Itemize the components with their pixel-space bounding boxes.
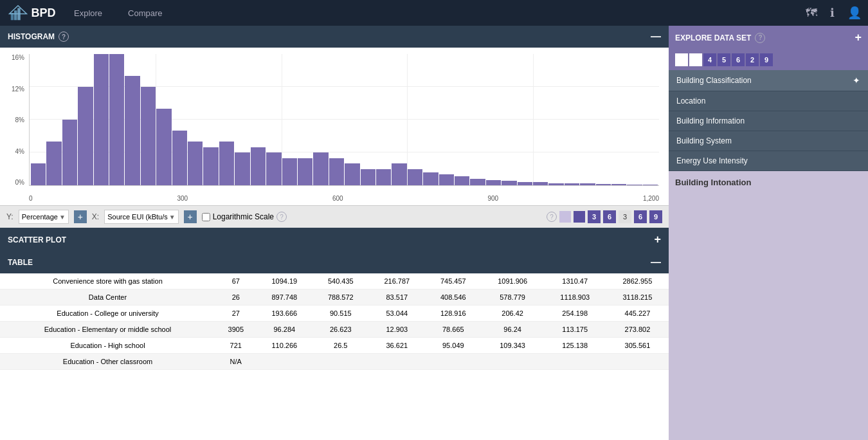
table-cell-1-3: 788.572: [312, 289, 369, 306]
controls-help-icon[interactable]: ?: [547, 212, 557, 222]
log-scale-label: Logarithmic Scale: [213, 212, 274, 221]
table-cell-4-2: 110.266: [257, 338, 313, 354]
page-3-2[interactable]: 3: [619, 210, 631, 223]
table-cell-1-8: 3118.215: [606, 289, 669, 306]
x-label-300: 300: [177, 195, 188, 202]
x-label-1200: 1,200: [643, 195, 659, 202]
histogram-help-icon[interactable]: ?: [59, 32, 69, 42]
controls-right: ? 3 6 3 6 9: [547, 210, 662, 223]
histogram-bar-8: [156, 109, 171, 185]
histogram-bar-18: [313, 152, 328, 185]
histogram-bar-7: [141, 87, 156, 185]
table-cell-2-5: 128.916: [425, 306, 482, 322]
histogram-bar-27: [455, 176, 469, 185]
table-cell-1-1: 26: [215, 289, 257, 306]
histogram-collapse-icon[interactable]: —: [651, 31, 661, 42]
table-cell-5-3: [312, 354, 369, 370]
ep-9[interactable]: 9: [760, 53, 773, 66]
controls-bar: Y: Percentage ▼ + X: Source EUI (kBtu/s …: [0, 205, 669, 228]
x-label-900: 900: [487, 195, 498, 202]
filter-item-0[interactable]: Building Classification✦: [669, 70, 868, 91]
histogram-bar-29: [486, 180, 501, 185]
table-row[interactable]: Education - High school721110.26626.536.…: [0, 338, 669, 354]
ep-2[interactable]: 2: [746, 53, 759, 66]
color-box-dark: [574, 211, 585, 223]
nav-links: Explore Compare: [71, 5, 166, 21]
table-cell-4-5: 95.049: [425, 338, 482, 354]
table-cell-3-0: Education - Elementary or middle school: [0, 322, 215, 338]
table-row[interactable]: Education - Elementary or middle school3…: [0, 322, 669, 338]
table-cell-1-2: 897.748: [257, 289, 313, 306]
table-cell-1-6: 578.779: [482, 289, 544, 306]
nav-explore[interactable]: Explore: [71, 5, 105, 21]
histogram-bar-22: [376, 169, 391, 186]
table-cell-0-2: 1094.19: [257, 273, 313, 289]
y-select-value: Percentage: [22, 213, 58, 221]
histogram-bar-13: [235, 152, 249, 185]
info-icon[interactable]: ℹ: [830, 6, 835, 20]
table-collapse-icon[interactable]: —: [651, 257, 661, 268]
histogram-header: HISTOGRAM ? —: [0, 26, 669, 48]
y-label-8: 8%: [6, 116, 24, 124]
table-row[interactable]: Education - Other classroomN/A: [0, 354, 669, 370]
y-select[interactable]: Percentage ▼: [19, 210, 69, 224]
page-9[interactable]: 9: [649, 210, 662, 223]
page-3-1[interactable]: 3: [588, 210, 601, 223]
y-add-button[interactable]: +: [74, 210, 87, 223]
filter-item-1[interactable]: Location: [669, 91, 868, 111]
table-cell-4-8: 305.561: [606, 338, 669, 354]
table-cell-3-2: 96.284: [257, 322, 313, 338]
logo[interactable]: BPD: [6, 0, 58, 26]
histogram-bar-15: [266, 152, 281, 185]
ep-4[interactable]: 4: [703, 53, 716, 66]
table-cell-0-3: 540.435: [312, 273, 369, 289]
table-cell-5-5: [425, 354, 482, 370]
right-panel-bg: Building Intonation: [669, 171, 868, 440]
histogram-bar-17: [298, 158, 312, 186]
table-cell-5-4: [369, 354, 426, 370]
table-cell-3-1: 3905: [215, 322, 257, 338]
x-select-value: Source EUI (kBtu/s: [107, 213, 168, 221]
ep-box-white2: [689, 53, 702, 66]
table-cell-0-1: 67: [215, 273, 257, 289]
table-row[interactable]: Education - College or university27193.6…: [0, 306, 669, 322]
top-nav: BPD Explore Compare 🗺 ℹ 👤: [0, 0, 868, 26]
table-row[interactable]: Convenience store with gas station671094…: [0, 273, 669, 289]
page-6-1[interactable]: 6: [603, 210, 616, 223]
log-scale-area: Logarithmic Scale ?: [202, 212, 287, 222]
ep-6[interactable]: 6: [732, 53, 745, 66]
explore-add-icon[interactable]: +: [854, 31, 862, 44]
histogram-bar-14: [251, 147, 266, 186]
table-container[interactable]: Convenience store with gas station671094…: [0, 273, 669, 440]
table-row[interactable]: Data Center26897.748788.57283.517408.546…: [0, 289, 669, 306]
x-select[interactable]: Source EUI (kBtu/s ▼: [104, 210, 178, 224]
color-box-light: [559, 211, 571, 223]
table-cell-4-7: 125.138: [544, 338, 606, 354]
filter-item-3[interactable]: Building System: [669, 131, 868, 151]
filter-label-4: Energy Use Intensity: [676, 156, 748, 165]
filter-item-2[interactable]: Building Information: [669, 111, 868, 131]
table-cell-5-6: [482, 354, 544, 370]
filter-label-1: Location: [676, 96, 705, 105]
explore-help-icon[interactable]: ?: [755, 33, 765, 43]
ep-5[interactable]: 5: [718, 53, 730, 66]
log-scale-checkbox[interactable]: [202, 213, 210, 221]
histogram-bar-37: [611, 184, 626, 185]
map-icon[interactable]: 🗺: [806, 6, 817, 20]
histogram-header-left: HISTOGRAM ?: [8, 32, 69, 42]
log-scale-help-icon[interactable]: ?: [276, 212, 287, 222]
histogram-bar-1: [46, 142, 61, 185]
ep-box-white: [675, 53, 688, 66]
filter-star-0[interactable]: ✦: [853, 75, 860, 86]
nav-compare[interactable]: Compare: [125, 5, 165, 21]
histogram-bar-32: [533, 182, 548, 185]
page-6-2[interactable]: 6: [634, 210, 647, 223]
histogram-bar-5: [109, 54, 124, 185]
user-icon[interactable]: 👤: [847, 6, 862, 20]
scatter-add-icon[interactable]: +: [654, 233, 661, 246]
filter-item-4[interactable]: Energy Use Intensity: [669, 151, 868, 171]
x-add-button[interactable]: +: [184, 210, 197, 223]
histogram-bar-35: [580, 183, 595, 185]
table-title: TABLE: [8, 258, 33, 267]
histogram-bar-28: [470, 179, 485, 185]
